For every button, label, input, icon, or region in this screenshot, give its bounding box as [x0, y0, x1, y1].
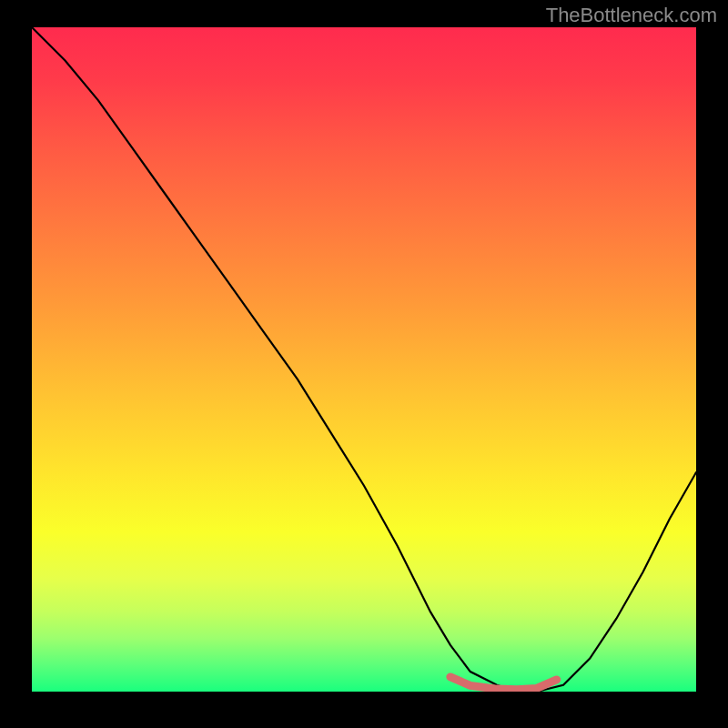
- bottleneck-chart: [32, 27, 696, 692]
- optimal-zone-marker-path: [450, 677, 557, 690]
- bottleneck-curve-path: [32, 27, 696, 692]
- watermark-text: TheBottleneck.com: [546, 4, 717, 27]
- gradient-plot-background: [32, 27, 696, 692]
